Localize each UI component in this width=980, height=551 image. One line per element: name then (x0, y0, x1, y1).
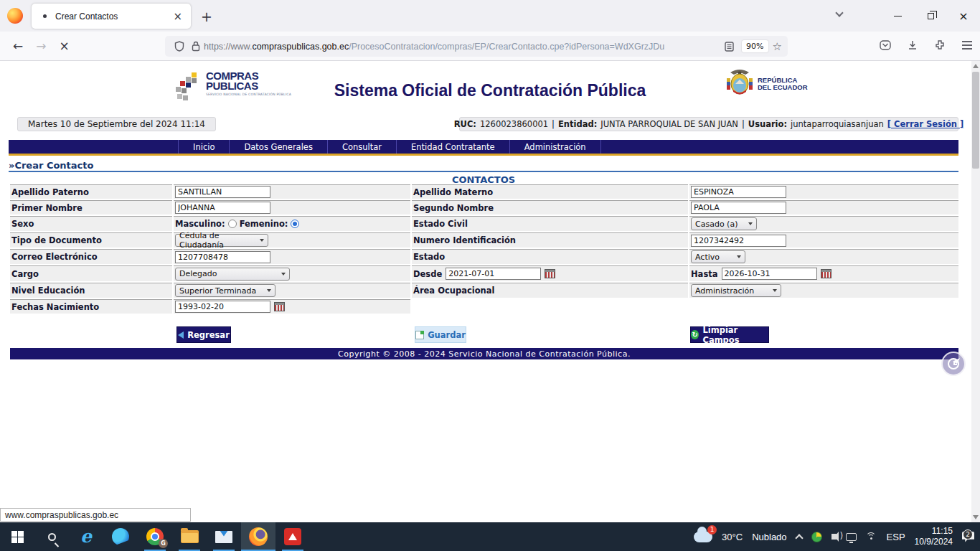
cargo-select[interactable]: Delegado (175, 268, 290, 281)
tray-expand-chevron-icon[interactable] (795, 534, 803, 542)
reader-mode-icon[interactable] (725, 42, 734, 52)
correo-input[interactable] (175, 251, 270, 263)
area-ocupacional-select[interactable]: Administración (691, 284, 781, 297)
browser-tab[interactable]: Crear Contactos × (32, 4, 191, 29)
apellido-materno-input[interactable] (691, 186, 786, 198)
scroll-up-icon[interactable] (973, 64, 979, 68)
browser-titlebar: Crear Contactos × + × (0, 0, 980, 32)
estado-select[interactable]: Activo (691, 250, 745, 263)
url-bar[interactable]: https://www.compraspublicas.gob.ec/Proce… (165, 36, 788, 57)
nav-item-inicio[interactable]: Inicio (178, 140, 230, 154)
regresar-button[interactable]: Regresar (176, 326, 231, 343)
main-nav: Inicio Datos Generales Consultar Entidad… (9, 140, 958, 154)
bookmark-star-icon[interactable]: ☆ (773, 40, 782, 53)
logout-link[interactable]: [ Cerrar Sesión ] (887, 119, 964, 129)
tipo-documento-select[interactable]: Cédula de Ciudadanía (175, 234, 268, 247)
user-value: juntaparroquiasanjuan (791, 119, 884, 129)
mail-button[interactable] (207, 522, 241, 551)
back-button[interactable]: ← (13, 39, 23, 53)
clock-widget[interactable]: 11:15 10/9/2024 (915, 526, 953, 547)
user-label: Usuario: (748, 119, 787, 129)
fecha-nacimiento-calendar-icon[interactable] (274, 302, 285, 311)
masculino-radio[interactable] (228, 220, 237, 228)
clock-icon (948, 358, 959, 369)
apellido-paterno-input[interactable] (175, 186, 270, 198)
pocket-icon[interactable] (880, 39, 891, 54)
google-badge-icon: G (159, 539, 168, 548)
hasta-calendar-icon[interactable] (821, 269, 831, 278)
browser-toolbar: ← → × https://www.compraspublicas.gob.ec… (0, 32, 980, 61)
tab-list-chevron-icon[interactable] (837, 10, 844, 17)
restore-button[interactable] (914, 0, 947, 32)
minimize-button[interactable] (881, 0, 914, 32)
weather-temp[interactable]: 30°C (722, 532, 743, 542)
femenino-radio[interactable] (291, 220, 299, 228)
nivel-educacion-select[interactable]: Superior Terminada (175, 284, 275, 297)
gov-line2: DEL ECUADOR (758, 84, 808, 91)
edge-button[interactable] (103, 522, 138, 551)
display-icon[interactable] (846, 533, 857, 541)
weather-condition[interactable]: Nublado (752, 532, 786, 542)
volume-icon[interactable] (831, 534, 837, 540)
scroll-down-icon[interactable] (973, 515, 979, 519)
estado-label: Estado (412, 249, 688, 264)
separator: | (552, 119, 555, 129)
file-explorer-button[interactable] (172, 522, 207, 551)
area-ocupacional-label: Área Ocupacional (412, 283, 688, 298)
language-indicator[interactable]: ESP (887, 532, 905, 542)
ruc-label: RUC: (454, 119, 476, 129)
forward-button[interactable]: → (36, 39, 46, 53)
breadcrumb: »Crear Contacto (9, 160, 958, 172)
session-box: RUC: 1260023860001 | Entidad: JUNTA PARR… (459, 117, 958, 131)
guardar-button[interactable]: Guardar (415, 326, 466, 343)
scrollbar-thumb[interactable] (972, 72, 979, 169)
tab-loading-dot-icon (43, 14, 47, 18)
lock-icon[interactable] (192, 41, 200, 52)
internet-explorer-button[interactable]: e (69, 522, 103, 551)
weather-widget[interactable]: 1 (694, 532, 712, 542)
desde-calendar-icon[interactable] (545, 269, 555, 278)
chrome-button[interactable]: G (138, 522, 172, 551)
page-footer: Copyright © 2008 - 2024 Servicio Naciona… (10, 348, 958, 359)
search-button[interactable] (34, 522, 69, 551)
wifi-icon[interactable] (866, 532, 877, 541)
new-tab-button[interactable]: + (201, 9, 212, 24)
correo-label: Correo Electrónico (10, 249, 172, 264)
form-title: CONTACTOS (9, 174, 958, 185)
apellido-materno-label: Apellido Materno (412, 184, 688, 199)
firefox-icon[interactable] (7, 8, 23, 24)
primer-nombre-input[interactable] (175, 202, 270, 214)
nav-item-administracion[interactable]: Administración (510, 140, 601, 154)
limpiar-campos-button[interactable]: ↻ Limpiar Campos (690, 326, 769, 343)
numero-identificacion-input[interactable] (691, 235, 786, 247)
desde-input[interactable] (446, 268, 541, 280)
tab-close-icon[interactable]: × (171, 10, 184, 23)
notification-center-button[interactable]: 2 (962, 532, 974, 542)
hasta-input[interactable] (722, 268, 817, 280)
window-controls: × (881, 0, 980, 32)
windows-taskbar: e G 1 30°C Nublado ESP 11:15 10/9/2024 (0, 522, 980, 551)
page-viewport: COMPRAS PUBLICAS SERVICIO NACIONAL DE CO… (0, 61, 980, 522)
floating-timer-widget[interactable] (941, 352, 966, 376)
segundo-nombre-input[interactable] (691, 202, 786, 214)
stop-button[interactable]: × (60, 39, 70, 53)
start-button[interactable] (0, 522, 34, 551)
nav-item-consultar[interactable]: Consultar (328, 140, 397, 154)
antivirus-icon[interactable] (811, 532, 822, 542)
page-scrollbar[interactable] (971, 61, 980, 522)
nav-item-datos-generales[interactable]: Datos Generales (230, 140, 327, 154)
acrobat-button[interactable] (275, 522, 310, 551)
nav-item-entidad-contratante[interactable]: Entidad Contratante (397, 140, 510, 154)
zoom-indicator[interactable]: 90% (742, 40, 768, 52)
estado-civil-select[interactable]: Casado (a) (691, 217, 757, 230)
menu-hamburger-icon[interactable] (961, 39, 973, 53)
firefox-taskbar-button[interactable] (241, 522, 275, 551)
folder-icon (181, 530, 199, 543)
close-button[interactable]: × (947, 0, 980, 32)
shield-icon[interactable] (174, 41, 184, 52)
fecha-nacimiento-input[interactable] (175, 301, 270, 313)
weather-badge: 1 (707, 525, 717, 534)
extensions-icon[interactable] (934, 39, 946, 54)
downloads-icon[interactable] (907, 39, 918, 54)
search-icon (48, 533, 56, 541)
